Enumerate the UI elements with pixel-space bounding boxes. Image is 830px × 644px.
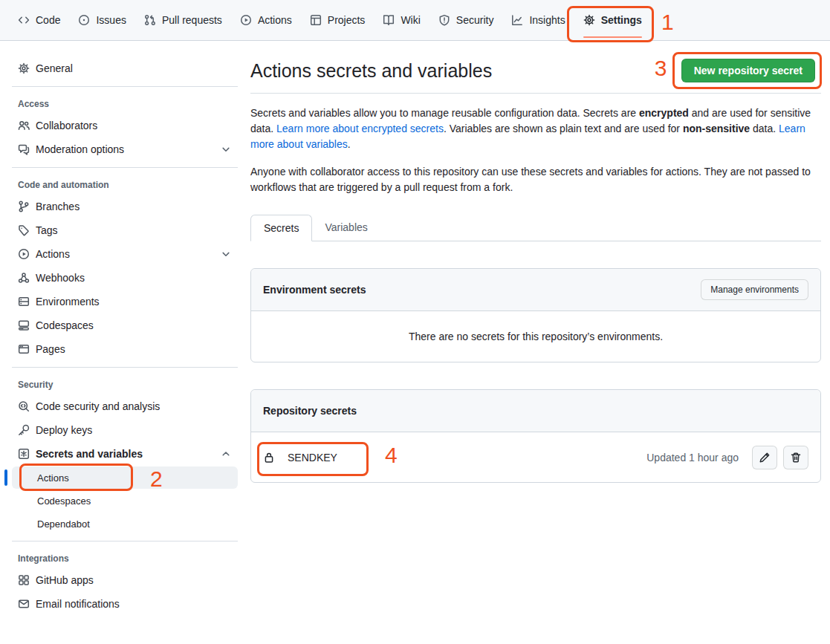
sidebar-item-github-apps[interactable]: GitHub apps <box>12 568 238 592</box>
git-pull-request-icon <box>144 14 156 26</box>
sidebar-item-label: Email notifications <box>36 598 120 610</box>
secret-updated-timestamp: Updated 1 hour ago <box>646 452 739 464</box>
secrets-variables-tabs: Secrets Variables <box>250 215 821 241</box>
nav-tab-pull-requests[interactable]: Pull requests <box>137 10 230 30</box>
nav-tab-insights[interactable]: Insights <box>504 10 572 30</box>
sidebar-section-header-access: Access <box>12 93 238 114</box>
edit-secret-button[interactable] <box>752 446 777 469</box>
annotation-number-4: 4 <box>385 444 398 466</box>
sidebar-subitem-dependabot-secrets[interactable]: Dependabot <box>12 513 238 535</box>
secret-row: SENDKEY 4 Updated 1 hour ago <box>251 432 820 482</box>
new-secret-button-wrap: New repository secret 3 <box>681 59 815 82</box>
title-row: Actions secrets and variables New reposi… <box>250 59 821 94</box>
sidebar-item-label: Moderation options <box>36 143 124 155</box>
sidebar-item-label: Pages <box>36 343 65 355</box>
nav-tab-label: Insights <box>529 14 565 26</box>
sidebar-section-header-integrations: Integrations <box>12 547 238 568</box>
page-title: Actions secrets and variables <box>250 59 492 82</box>
nav-tab-label: Settings <box>601 14 642 26</box>
nav-tab-label: Pull requests <box>162 14 222 26</box>
nav-tab-issues[interactable]: Issues <box>71 10 133 30</box>
sidebar-item-label: General <box>36 62 73 74</box>
annotation-number-3: 3 <box>655 57 667 79</box>
active-tab-underline <box>583 36 642 38</box>
sidebar-item-general[interactable]: General <box>12 56 238 80</box>
environment-secrets-empty-message: There are no secrets for this repository… <box>251 311 820 362</box>
secret-row-actions: Updated 1 hour ago <box>646 446 808 469</box>
chevron-up-icon <box>220 448 232 460</box>
nav-tab-projects[interactable]: Projects <box>302 10 373 30</box>
nav-tab-label: Issues <box>96 14 126 26</box>
sidebar-item-email-notifications[interactable]: Email notifications <box>12 592 238 616</box>
sidebar-item-collaborators[interactable]: Collaborators <box>12 114 238 137</box>
sidebar-item-actions[interactable]: Actions <box>12 242 238 266</box>
learn-more-encrypted-secrets-link[interactable]: Learn more about encrypted secrets <box>276 123 444 134</box>
sidebar-item-label: Codespaces <box>37 495 91 507</box>
sidebar-item-label: Actions <box>37 472 69 484</box>
sidebar-section-header-code-automation: Code and automation <box>12 174 238 195</box>
sidebar-item-code-security[interactable]: Code security and analysis <box>12 394 238 418</box>
tag-icon <box>18 224 30 236</box>
manage-environments-button[interactable]: Manage environments <box>701 279 808 300</box>
nav-tab-settings[interactable]: Settings 1 <box>576 10 649 30</box>
sidebar-divider <box>12 541 238 541</box>
codespaces-icon <box>18 319 30 331</box>
sidebar-item-pages[interactable]: Pages <box>12 337 238 361</box>
nav-tab-label: Security <box>456 14 494 26</box>
delete-secret-button[interactable] <box>783 446 808 469</box>
graph-icon <box>511 14 523 26</box>
sidebar-item-moderation-options[interactable]: Moderation options <box>12 137 238 161</box>
sidebar-item-label: GitHub apps <box>36 574 94 586</box>
sidebar-item-label: Deploy keys <box>36 424 92 436</box>
secret-name-cell: SENDKEY 4 <box>263 452 337 464</box>
pencil-icon <box>759 452 771 464</box>
sidebar-item-tags[interactable]: Tags <box>12 218 238 242</box>
nav-tab-actions[interactable]: Actions <box>233 10 299 30</box>
sidebar-item-label: Codespaces <box>36 319 94 331</box>
sidebar-item-codespaces[interactable]: Codespaces <box>12 313 238 337</box>
nav-tab-label: Code <box>36 14 60 26</box>
sidebar-item-label: Collaborators <box>36 120 97 131</box>
sidebar-item-label: Tags <box>36 224 58 236</box>
sidebar-item-branches[interactable]: Branches <box>12 195 238 218</box>
server-icon <box>18 296 30 308</box>
environment-secrets-title: Environment secrets <box>263 284 366 296</box>
people-icon <box>18 120 30 131</box>
collaborator-access-paragraph: Anyone with collaborator access to this … <box>250 164 817 195</box>
intro-text: data. <box>750 123 779 134</box>
sidebar-subitem-codespaces-secrets[interactable]: Codespaces <box>12 489 238 512</box>
table-icon <box>310 14 322 26</box>
tab-variables[interactable]: Variables <box>312 215 380 241</box>
sidebar-item-label: Secrets and variables <box>36 448 143 460</box>
sidebar-item-deploy-keys[interactable]: Deploy keys <box>12 418 238 442</box>
sidebar-item-label: Actions <box>36 248 70 260</box>
intro-text: . <box>348 138 351 150</box>
annotation-number-2: 2 <box>150 468 163 490</box>
nav-tab-wiki[interactable]: Wiki <box>375 10 427 30</box>
comment-discussion-icon <box>18 143 30 155</box>
repository-secrets-title: Repository secrets <box>263 405 357 417</box>
repository-secrets-header: Repository secrets <box>251 390 820 432</box>
tab-secrets[interactable]: Secrets <box>250 215 312 241</box>
nav-tab-security[interactable]: Security <box>431 10 502 30</box>
sidebar-item-environments[interactable]: Environments <box>12 290 238 313</box>
intro-bold-encrypted: encrypted <box>639 107 689 119</box>
sidebar-item-webhooks[interactable]: Webhooks <box>12 266 238 290</box>
sidebar-subitem-actions-secrets[interactable]: Actions 2 <box>12 466 238 489</box>
sidebar-item-label: Branches <box>36 201 80 212</box>
book-icon <box>383 14 395 26</box>
nav-tab-label: Actions <box>258 14 292 26</box>
new-repository-secret-button[interactable]: New repository secret <box>681 59 815 82</box>
nav-tab-label: Projects <box>328 14 366 26</box>
lock-icon <box>263 452 275 464</box>
repo-nav: Code Issues Pull requests Actions Projec… <box>0 0 830 41</box>
nav-tab-code[interactable]: Code <box>10 10 68 30</box>
browser-icon <box>18 343 30 355</box>
sidebar-divider <box>12 86 238 87</box>
sidebar-item-secrets-and-variables[interactable]: Secrets and variables <box>12 442 238 466</box>
codescan-icon <box>18 400 30 412</box>
git-branch-icon <box>18 201 30 212</box>
issue-opened-icon <box>78 14 90 26</box>
intro-text: . Variables are shown as plain text and … <box>444 123 683 134</box>
play-icon <box>240 14 252 26</box>
